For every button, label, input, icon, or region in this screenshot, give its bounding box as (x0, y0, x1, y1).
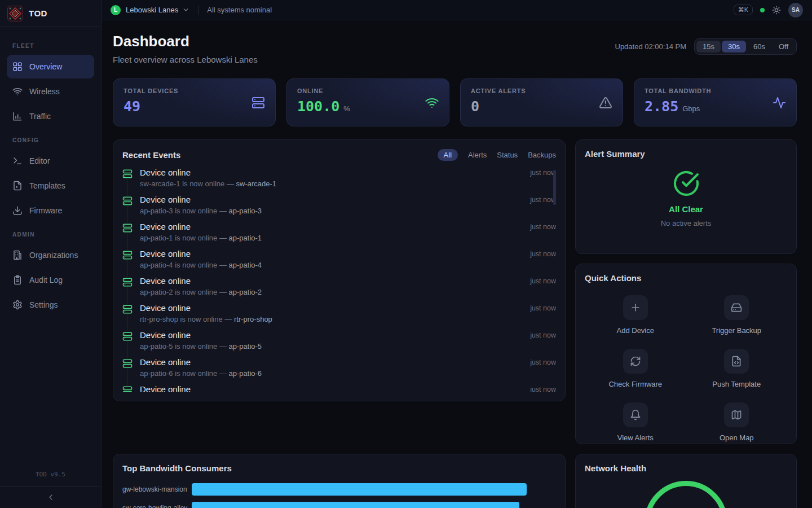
event-subtitle: ap-patio-4 is now online — ap-patio-4 (140, 261, 262, 269)
sidebar-item-firmware[interactable]: Firmware (7, 199, 94, 222)
sidebar-item-label: Firmware (29, 206, 62, 215)
terminal-icon (12, 156, 23, 166)
quick-action-label: Add Device (617, 326, 654, 335)
event-title: Device online (140, 303, 272, 313)
command-palette-shortcut[interactable]: ⌘K (734, 5, 753, 15)
event-row: Device online sw-arcade-1 is now online … (122, 168, 556, 195)
stat-label: ACTIVE ALERTS (471, 87, 612, 94)
app-logo-row: TOD (0, 0, 101, 27)
quick-actions-title: Quick Actions (585, 273, 787, 283)
sidebar-item-organizations[interactable]: Organizations (7, 243, 94, 267)
page-header: Dashboard Fleet overview across Lebowski… (113, 33, 797, 64)
stat-card-online: ONLINE 100.0% (286, 78, 449, 126)
activity-icon (773, 96, 786, 110)
server-icon (122, 331, 133, 341)
sidebar-item-editor[interactable]: Editor (7, 149, 94, 173)
push-template-button[interactable]: Push Template (686, 349, 788, 388)
app-logo-icon (7, 6, 23, 21)
event-time: just now (530, 250, 556, 258)
download-icon (12, 205, 23, 216)
event-title: Device online (140, 249, 262, 259)
events-scrollbar-thumb[interactable] (553, 170, 556, 205)
check-circle-icon (673, 170, 700, 197)
open-map-button[interactable]: Open Map (686, 402, 788, 442)
org-avatar: L (111, 5, 121, 15)
health-dot (760, 8, 765, 12)
wifi-icon (12, 86, 23, 97)
sidebar: TOD FLEET Overview Wireless Traffic CONF… (0, 0, 102, 508)
event-time: just now (530, 331, 556, 339)
sidebar-item-wireless[interactable]: Wireless (7, 80, 94, 103)
check-firmware-button[interactable]: Check Firmware (585, 349, 686, 388)
tab-status[interactable]: Status (497, 151, 518, 159)
hard-drive-icon (724, 295, 749, 320)
refresh-interval-control: 15s 30s 60s Off (694, 38, 797, 55)
tab-alerts[interactable]: Alerts (468, 151, 487, 159)
sidebar-item-settings[interactable]: Settings (7, 293, 94, 317)
bandwidth-consumers-panel: Top Bandwidth Consumers gw-lebowski-mans… (113, 454, 566, 508)
sidebar-item-audit-log[interactable]: Audit Log (7, 268, 94, 292)
tab-backups[interactable]: Backups (528, 151, 556, 159)
events-list[interactable]: Device online sw-arcade-1 is now online … (122, 168, 556, 392)
stat-label: ONLINE (297, 87, 439, 94)
event-subtitle: sw-arcade-1 is now online — sw-arcade-1 (140, 179, 276, 188)
event-row: Device online ap-patio-3 is now online —… (122, 195, 556, 222)
event-subtitle: ap-patio-2 is now online — ap-patio-2 (140, 288, 262, 296)
nav-section-fleet: FLEET (12, 43, 89, 49)
server-icon (122, 250, 133, 260)
add-device-button[interactable]: Add Device (585, 295, 686, 335)
nav-section-admin: ADMIN (12, 231, 89, 238)
server-icon (251, 96, 265, 110)
alert-summary-panel: Alert Summary All Clear No active alerts (575, 139, 797, 254)
event-row: Device online ap-patio-5 is now online —… (122, 330, 556, 357)
sidebar-item-label: Audit Log (29, 275, 63, 284)
view-alerts-button[interactable]: View Alerts (585, 402, 686, 442)
event-subtitle: rtr-pro-shop is now online — rtr-pro-sho… (140, 315, 272, 323)
event-title: Device online (140, 357, 262, 367)
network-health-panel: Network Health 100 (575, 454, 797, 508)
stat-card-active-alerts: ACTIVE ALERTS 0 (460, 78, 623, 126)
user-avatar[interactable]: SA (788, 3, 803, 17)
quick-actions-panel: Quick Actions Add Device Trigger Backup … (575, 264, 797, 444)
event-row: Device online just now (122, 384, 556, 392)
chevron-down-icon[interactable] (182, 6, 189, 14)
recent-events-title: Recent Events (122, 150, 180, 160)
alert-status-text: All Clear (669, 204, 703, 214)
tab-all[interactable]: All (438, 149, 458, 161)
interval-30s-button[interactable]: 30s (722, 41, 746, 52)
building-icon (12, 250, 23, 260)
sidebar-collapse-button[interactable] (0, 486, 101, 508)
dashboard-grid: Recent Events All Alerts Status Backups … (113, 139, 797, 508)
event-time: just now (530, 196, 556, 204)
event-subtitle: ap-patio-5 is now online — ap-patio-5 (140, 342, 262, 351)
interval-off-button[interactable]: Off (773, 41, 795, 52)
interval-15s-button[interactable]: 15s (696, 41, 721, 52)
event-title: Device online (140, 330, 262, 340)
interval-60s-button[interactable]: 60s (747, 41, 771, 52)
sidebar-item-templates[interactable]: Templates (7, 174, 94, 198)
event-subtitle: ap-patio-1 is now online — ap-patio-1 (140, 234, 262, 242)
app-version: TOD v9.5 (0, 465, 101, 486)
bandwidth-row: sw-core-bowling-alley (122, 502, 556, 508)
grid-icon (12, 62, 23, 72)
device-name: ap-patio-3 (229, 207, 262, 215)
trigger-backup-button[interactable]: Trigger Backup (686, 295, 788, 335)
org-switcher[interactable]: Lebowski Lanes (126, 6, 178, 14)
sidebar-item-overview[interactable]: Overview (7, 55, 94, 78)
stats-row: TOTAL DEVICES 49 ONLINE 100.0% ACTIVE AL… (113, 78, 797, 126)
sidebar-item-label: Wireless (29, 87, 60, 96)
sidebar-item-label: Organizations (29, 251, 78, 260)
event-title: Device online (140, 276, 262, 286)
page-subtitle: Fleet overview across Lebowski Lanes (113, 55, 258, 64)
device-name: ap-patio-5 (229, 342, 262, 351)
sidebar-item-label: Overview (29, 62, 62, 71)
health-gauge: 100 (645, 481, 727, 508)
event-row: Device online ap-patio-1 is now online —… (122, 222, 556, 249)
bandwidth-row: gw-lebowski-mansion (122, 483, 556, 496)
sidebar-footer: TOD v9.5 (0, 465, 101, 508)
sun-icon[interactable] (772, 6, 781, 15)
sidebar-item-traffic[interactable]: Traffic (7, 104, 94, 128)
server-icon (122, 223, 133, 233)
quick-action-label: Open Map (720, 433, 754, 442)
server-icon (122, 196, 133, 206)
